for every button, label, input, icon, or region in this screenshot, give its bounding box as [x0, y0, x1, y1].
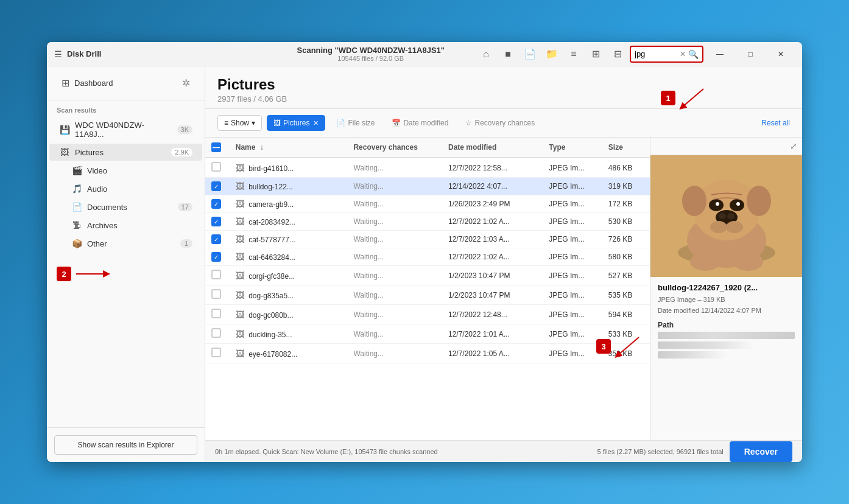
audio-label: Audio	[87, 184, 192, 194]
grid-view-icon[interactable]: ⊞	[586, 44, 605, 64]
content-header: Pictures 2937 files / 4.06 GB	[205, 66, 802, 109]
row-checkbox[interactable]	[211, 289, 221, 299]
close-button[interactable]: ✕	[767, 44, 795, 64]
filter-show-icon: ≡	[224, 119, 228, 127]
select-all-header[interactable]: —	[205, 138, 230, 158]
other-icon: 📦	[71, 239, 82, 248]
stop-icon[interactable]: ■	[498, 44, 518, 64]
sidebar-item-archives[interactable]: 🗜 Archives	[49, 217, 202, 234]
row-checkbox[interactable]	[211, 328, 221, 338]
select-all-checkbox[interactable]: —	[211, 142, 221, 152]
row-checkbox[interactable]: ✓	[211, 199, 221, 209]
titlebar: ☰ Disk Drill Scanning "WDC WD40NDZW-11A8…	[47, 42, 802, 66]
reset-all-button[interactable]: Reset all	[761, 119, 790, 127]
row-checkbox-cell[interactable]	[205, 266, 230, 285]
row-checkbox[interactable]: ✓	[211, 252, 221, 262]
row-checkbox[interactable]	[211, 270, 221, 279]
sidebar-item-other[interactable]: 📦 Other 1	[49, 235, 202, 252]
statusbar: 0h 1m elapsed. Quick Scan: New Volume (E…	[205, 440, 802, 462]
name-column-header[interactable]: Name ↓	[230, 138, 348, 158]
sidebar-item-audio[interactable]: 🎵 Audio	[49, 180, 202, 197]
table-row[interactable]: ✓ 🖼 cat-5778777... Waiting... 12/7/2022 …	[205, 231, 650, 248]
video-icon: 🎬	[71, 166, 82, 175]
filter-pictures-close-icon[interactable]: ✕	[313, 119, 319, 127]
row-recovery-cell: Waiting...	[347, 248, 442, 266]
sidebar-bottom: Show scan results in Explorer	[47, 427, 205, 462]
row-checkbox[interactable]	[211, 309, 221, 318]
sidebar-item-dashboard[interactable]: ⊞ Dashboard ✲	[57, 74, 195, 93]
row-checkbox-cell[interactable]	[205, 305, 230, 324]
filter-pictures-button[interactable]: 🖼 Pictures ✕	[267, 115, 325, 131]
row-type-cell: JPEG Im...	[543, 213, 602, 231]
table-row[interactable]: 🖼 bird-g41610... Waiting... 12/7/2022 12…	[205, 158, 650, 178]
search-clear-icon[interactable]: ✕	[680, 50, 686, 58]
filter-recovery-button[interactable]: ☆ Recovery chances	[459, 116, 541, 130]
sidebar-item-video[interactable]: 🎬 Video	[49, 162, 202, 179]
row-date-cell: 1/2/2023 10:47 PM	[442, 285, 543, 305]
row-checkbox-cell[interactable]	[205, 285, 230, 305]
filter-filesize-button[interactable]: 📄 File size	[330, 116, 381, 130]
folder-view-icon[interactable]: 📁	[542, 44, 562, 64]
preview-meta-line1: JPEG Image – 319 KB	[658, 295, 795, 306]
row-checkbox-cell[interactable]	[205, 344, 230, 363]
file-view-icon[interactable]: 📄	[520, 44, 540, 64]
recovery-column-header[interactable]: Recovery chances	[347, 138, 442, 158]
row-type-cell: JPEG Im...	[543, 285, 602, 305]
file-name-text: bird-g41610...	[248, 164, 294, 173]
pane-view-icon[interactable]: ⊟	[608, 44, 627, 64]
list-view-icon[interactable]: ≡	[564, 44, 583, 64]
row-name-cell: 🖼 cat-6463284...	[230, 248, 348, 266]
table-row[interactable]: 🖼 corgi-gfc38e... Waiting... 1/2/2023 10…	[205, 266, 650, 285]
row-date-cell: 12/7/2022 1:02 A...	[442, 248, 543, 266]
preview-expand-icon[interactable]: ⤢	[790, 141, 797, 151]
row-checkbox-cell[interactable]: ✓	[205, 213, 230, 231]
table-row[interactable]: ✓ 🖼 camera-gb9... Waiting... 1/26/2023 2…	[205, 195, 650, 213]
row-checkbox[interactable]: ✓	[211, 181, 221, 191]
show-scan-button[interactable]: Show scan results in Explorer	[54, 435, 197, 455]
recover-button[interactable]: Recover	[730, 441, 792, 462]
sidebar-item-drive[interactable]: 💾 WDC WD40NDZW-11A8J... 3K	[49, 117, 202, 142]
svg-point-16	[690, 253, 720, 271]
maximize-button[interactable]: □	[736, 44, 764, 64]
menu-icon[interactable]: ☰	[54, 49, 62, 59]
table-row[interactable]: 🖼 duckling-35... Waiting... 12/7/2022 1:…	[205, 324, 650, 344]
size-column-header[interactable]: Size	[602, 138, 650, 158]
file-type-icon: 🖼	[236, 217, 244, 226]
table-row[interactable]: 🖼 dog-g835a5... Waiting... 1/2/2023 10:4…	[205, 285, 650, 305]
row-type-cell: JPEG Im...	[543, 231, 602, 248]
date-column-header[interactable]: Date modified	[442, 138, 543, 158]
table-row[interactable]: 🖼 eye-6178082... Waiting... 12/7/2022 1:…	[205, 344, 650, 363]
filter-show-button[interactable]: ≡ Show ▾	[217, 115, 262, 131]
sidebar-item-documents[interactable]: 📄 Documents 17	[49, 198, 202, 215]
preview-filename: bulldog-1224267_1920 (2...	[658, 283, 795, 292]
row-checkbox-cell[interactable]: ✓	[205, 178, 230, 195]
svg-line-19	[618, 337, 639, 355]
row-recovery-cell: Waiting...	[347, 231, 442, 248]
table-row[interactable]: 🖼 dog-gc080b... Waiting... 12/7/2022 12:…	[205, 305, 650, 324]
table-preview-layout: — Name ↓ Recovery chances Date modified …	[205, 138, 802, 440]
search-submit-icon[interactable]: 🔍	[688, 49, 699, 59]
files-table-container[interactable]: — Name ↓ Recovery chances Date modified …	[205, 138, 650, 440]
row-size-cell: 319 KB	[602, 178, 650, 195]
row-checkbox-cell[interactable]	[205, 158, 230, 178]
home-icon[interactable]: ⌂	[476, 44, 496, 64]
row-checkbox[interactable]	[211, 162, 221, 172]
row-checkbox-cell[interactable]: ✓	[205, 195, 230, 213]
minimize-button[interactable]: —	[706, 44, 734, 64]
table-row[interactable]: ✓ 🖼 cat-2083492... Waiting... 12/7/2022 …	[205, 213, 650, 231]
table-row[interactable]: ✓ 🖼 bulldog-122... Waiting... 12/14/2022…	[205, 178, 650, 195]
row-checkbox[interactable]: ✓	[211, 234, 221, 244]
filter-date-button[interactable]: 📅 Date modified	[386, 116, 454, 130]
table-row[interactable]: ✓ 🖼 cat-6463284... Waiting... 12/7/2022 …	[205, 248, 650, 266]
sidebar-item-pictures[interactable]: 🖼 Pictures 2.9K	[49, 144, 202, 161]
row-checkbox-cell[interactable]: ✓	[205, 231, 230, 248]
row-checkbox-cell[interactable]: ✓	[205, 248, 230, 266]
search-input[interactable]: jpg	[635, 49, 677, 58]
row-checkbox[interactable]	[211, 348, 221, 357]
row-checkbox-cell[interactable]	[205, 324, 230, 344]
row-checkbox[interactable]: ✓	[211, 217, 221, 226]
type-column-header[interactable]: Type	[543, 138, 602, 158]
row-size-cell: 527 KB	[602, 266, 650, 285]
row-size-cell: 486 KB	[602, 158, 650, 178]
recovery-status: Waiting...	[353, 182, 384, 191]
